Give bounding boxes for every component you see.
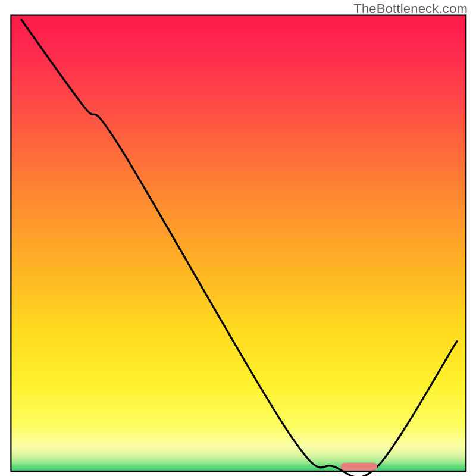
chart-container: TheBottleneck.com	[0, 0, 476, 476]
optimal-range-marker	[341, 463, 377, 471]
gradient-background	[11, 15, 466, 471]
bottleneck-curve-chart	[0, 0, 476, 476]
watermark-text: TheBottleneck.com	[353, 1, 468, 17]
